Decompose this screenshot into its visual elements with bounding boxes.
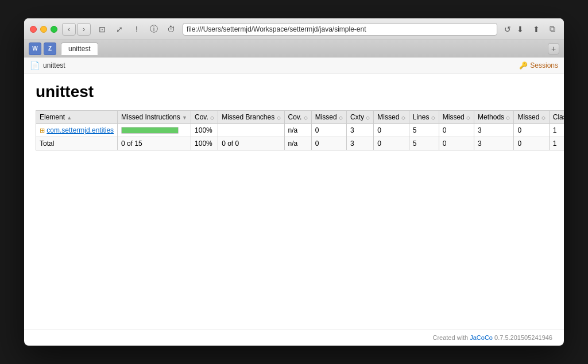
coverage-table: Element ▲ Missed Instructions ▼ Cov. ◇ M…: [36, 110, 564, 150]
ext-z-icon[interactable]: Z: [44, 42, 56, 55]
col-methods[interactable]: Methods ◇: [474, 111, 514, 124]
jacoco-link[interactable]: JaCoCo: [470, 334, 493, 341]
info-icon[interactable]: ⓘ: [147, 22, 161, 36]
sort-icon-missed-branches: ◇: [277, 115, 281, 121]
breadcrumb-bar: 📄 unittest 🔑 Sessions: [24, 57, 564, 73]
cell-missed-cxty: 0: [311, 124, 346, 137]
forward-button[interactable]: ›: [77, 23, 91, 36]
add-tab-button[interactable]: +: [548, 43, 559, 55]
cell-total-lines: 5: [409, 137, 439, 150]
sort-icon-cov2: ◇: [304, 115, 308, 121]
col-classes[interactable]: Classes ◇: [549, 111, 564, 124]
view-icon[interactable]: ⊡: [95, 22, 109, 36]
cell-total-missed-cxty: 0: [311, 137, 346, 150]
sessions-link[interactable]: 🔑 Sessions: [519, 61, 558, 69]
cell-missed-methods: 0: [439, 124, 474, 137]
tab-unittest[interactable]: unittest: [61, 42, 98, 55]
cell-total-cov1: 100%: [191, 137, 218, 150]
ext-w-icon[interactable]: W: [29, 42, 41, 55]
key-icon: 🔑: [519, 61, 528, 69]
cell-missed-classes: 0: [514, 124, 549, 137]
sort-icon-cxty: ◇: [366, 115, 370, 121]
col-cov2[interactable]: Cov. ◇: [284, 111, 311, 124]
url-bar[interactable]: file:///Users/settermjd/Workspace/setter…: [183, 23, 497, 36]
maximize-button[interactable]: [51, 26, 57, 33]
cell-element: ⊞ com.settermjd.entities: [36, 124, 118, 137]
col-missed-classes[interactable]: Missed ◇: [514, 111, 549, 124]
content-area: unittest Element ▲ Missed Instructions ▼…: [24, 73, 564, 329]
cell-total-methods: 3: [474, 137, 514, 150]
col-missed-branches[interactable]: Missed Branches ◇: [218, 111, 284, 124]
close-button[interactable]: [30, 26, 37, 33]
breadcrumb-file-icon: 📄: [30, 61, 40, 70]
main-window: ‹ › ⊡ ⤢ ! ⓘ ⏱ file:///Users/settermjd/Wo…: [24, 18, 564, 346]
cell-classes: 1: [549, 124, 564, 137]
cell-total-missed-branches: 0 of 0: [218, 137, 284, 150]
cell-total-label: Total: [36, 137, 118, 150]
download-icon[interactable]: ⬇: [514, 24, 526, 35]
col-lines[interactable]: Lines ◇: [409, 111, 439, 124]
back-button[interactable]: ‹: [62, 23, 76, 36]
sort-icon-missed-classes: ◇: [541, 115, 546, 121]
cell-missed-lines: 0: [374, 124, 409, 137]
cell-total-classes: 1: [549, 137, 564, 150]
traffic-lights: [30, 26, 57, 33]
sort-icon-lines: ◇: [431, 115, 435, 121]
share-icon[interactable]: ⬆: [531, 24, 542, 35]
entity-link[interactable]: com.settermjd.entities: [47, 126, 114, 134]
titlebar-right-icons: ⬇ ⬆ ⧉: [514, 24, 558, 35]
sort-icon-missed-lines: ◇: [401, 115, 405, 121]
breadcrumb-label: unittest: [43, 61, 65, 69]
col-missed-instructions[interactable]: Missed Instructions ▼: [118, 111, 191, 124]
table-header-row: Element ▲ Missed Instructions ▼ Cov. ◇ M…: [36, 111, 564, 124]
cell-lines: 5: [409, 124, 439, 137]
cell-total-missed-lines: 0: [374, 137, 409, 150]
cell-total-missed-classes: 0: [514, 137, 549, 150]
col-missed-lines[interactable]: Missed ◇: [374, 111, 409, 124]
cell-cov2: n/a: [284, 124, 311, 137]
total-row: Total 0 of 15 100% 0 of 0 n/a 0 3 0 5 0 …: [36, 137, 564, 150]
reload-button[interactable]: ↺: [501, 22, 514, 36]
minimize-button[interactable]: [40, 26, 47, 33]
sort-icon-missed-instr: ▼: [182, 115, 187, 121]
coverage-progress-fill: [122, 127, 178, 133]
duplicate-icon[interactable]: ⧉: [547, 24, 558, 35]
sort-icon-element: ▲: [67, 115, 72, 121]
col-cxty[interactable]: Cxty ◇: [347, 111, 374, 124]
url-text: file:///Users/settermjd/Workspace/setter…: [187, 25, 366, 33]
footer: Created with JaCoCo 0.7.5.201505241946: [24, 329, 564, 346]
nav-buttons: ‹ ›: [62, 23, 91, 36]
history-icon[interactable]: ⏱: [164, 22, 178, 36]
cell-missed-branches: [218, 124, 284, 137]
cell-missed-instructions-bar: [118, 124, 191, 137]
cell-total-cov2: n/a: [284, 137, 311, 150]
toolbar-icons: ⊡ ⤢ ! ⓘ ⏱: [95, 22, 178, 36]
col-cov1[interactable]: Cov. ◇: [191, 111, 218, 124]
table-row: ⊞ com.settermjd.entities 100% n/a 0 3 0 …: [36, 124, 564, 137]
titlebar: ‹ › ⊡ ⤢ ! ⓘ ⏱ file:///Users/settermjd/Wo…: [24, 18, 564, 40]
col-element[interactable]: Element ▲: [36, 111, 118, 124]
coverage-progress-bar: [121, 127, 179, 134]
footer-suffix: 0.7.5.201505241946: [493, 334, 552, 341]
col-missed-methods[interactable]: Missed ◇: [439, 111, 474, 124]
cell-cov1: 100%: [191, 124, 218, 137]
tab-label: unittest: [68, 45, 91, 53]
cell-cxty: 3: [347, 124, 374, 137]
exclamation-icon[interactable]: !: [130, 22, 144, 36]
cell-total-missed-instructions: 0 of 15: [118, 137, 191, 150]
page-title: unittest: [36, 83, 552, 101]
url-bar-section: file:///Users/settermjd/Workspace/setter…: [183, 22, 514, 36]
tabbar: W Z unittest +: [24, 40, 564, 57]
cell-total-cxty: 3: [347, 137, 374, 150]
extension-icons: W Z: [29, 42, 56, 55]
resize-icon[interactable]: ⤢: [113, 22, 126, 36]
sort-icon-missed-cxty: ◇: [339, 115, 343, 121]
sessions-link-label: Sessions: [530, 61, 558, 69]
sort-icon-cov1: ◇: [210, 115, 214, 121]
package-icon: ⊞: [40, 127, 45, 134]
footer-prefix: Created with: [432, 334, 470, 341]
col-missed-cxty[interactable]: Missed ◇: [311, 111, 346, 124]
sort-icon-methods: ◇: [506, 115, 510, 121]
sort-icon-missed-methods: ◇: [466, 115, 470, 121]
cell-total-missed-methods: 0: [439, 137, 474, 150]
